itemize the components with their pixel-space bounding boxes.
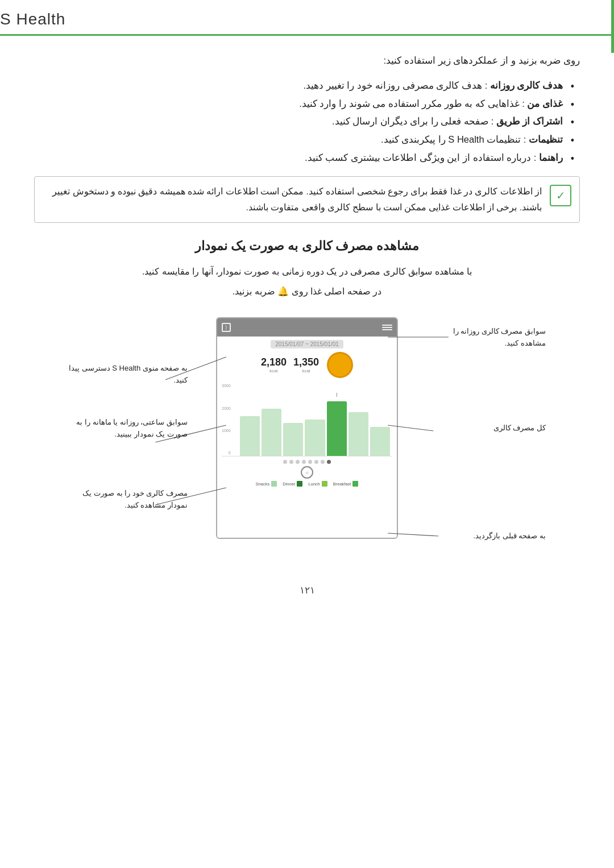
item-4-bold: تنظیمات xyxy=(529,134,563,144)
legend-snacks-label: Snacks xyxy=(256,481,270,487)
item-3-bold: اشتراک از طریق xyxy=(496,116,563,126)
chart-bar-7 xyxy=(240,416,260,456)
legend-breakfast: Breakfast xyxy=(333,481,359,487)
annotation-top-left: به صفحه منوی S Health دسترسی پیدا کنید. xyxy=(68,363,188,385)
share-icon: ⟨ xyxy=(222,323,231,332)
note-box: ✓ از اطلاعات کالری در غذا فقط برای رجوع … xyxy=(34,176,580,223)
annotation-bottom-right: به صفحه قبلی بازگردید. xyxy=(474,530,546,542)
phone-circle xyxy=(327,352,353,378)
item-1-bold: هدف کالری روزانه xyxy=(490,80,563,90)
chart-bars-group: | xyxy=(224,383,390,456)
phone-screen-content: 2015/01/01 ~ 2015/01/07 1,350 kcal 2,180… xyxy=(217,337,397,538)
legend-snacks: Snacks xyxy=(256,481,277,487)
phone-pagination-dots xyxy=(222,460,392,464)
item-2-bold: غذای من xyxy=(527,98,563,109)
item-3-rest: : صفحه فعلی را برای دیگران ارسال کنید. xyxy=(332,116,493,126)
list-item-4: تنظیمات : تنظیمات S Health را پیکربندی ک… xyxy=(34,131,580,148)
page-number: ١٢١ xyxy=(0,584,614,596)
legend-lunch-label: Lunch xyxy=(308,481,320,487)
legend-lunch: Lunch xyxy=(308,481,327,487)
list-item-2: غذای من : غذاهایی که به طور مکرر استفاده… xyxy=(34,95,580,113)
chart-y-axis: 3000 2000 1000 0 xyxy=(222,383,231,456)
legend-dinner-color xyxy=(297,481,302,487)
list-item-5: راهنما : درباره استفاده از این ویژگی اطل… xyxy=(34,149,580,167)
phone-num1-label: kcal xyxy=(293,368,319,373)
phone-date: 2015/01/01 ~ 2015/01/07 xyxy=(271,340,343,348)
dot-6 xyxy=(296,460,300,464)
phone-num1: 1,350 kcal xyxy=(293,356,319,373)
dot-3 xyxy=(314,460,318,464)
phone-mockup: ⟨ 2015/01/01 ~ 2015/01/07 1,350 kcal xyxy=(216,317,398,539)
section-desc1: با مشاهده سوابق کالری مصرفی در یک دوره ز… xyxy=(34,264,580,279)
annotation-mid-right: کل مصرف کالری xyxy=(493,422,546,434)
intro-line: روی ضربه بزنید و از عملکردهای زیر استفاد… xyxy=(34,53,580,69)
chart-bar-3: | xyxy=(327,401,347,456)
legend-dinner: Dinner xyxy=(283,481,302,487)
note-text: از اطلاعات کالری در غذا فقط برای رجوع شخ… xyxy=(43,184,542,215)
item-5-rest: : درباره استفاده از این ویژگی اطلاعات بی… xyxy=(305,152,536,163)
annotation-top-right: سوابق مصرف کالری روزانه را مشاهده کنید. xyxy=(432,326,546,348)
phone-chart-legend: Breakfast Lunch Dinner Snacks xyxy=(222,481,392,487)
chart-bar-6 xyxy=(262,409,281,456)
dot-8 xyxy=(283,460,287,464)
note-icon: ✓ xyxy=(550,185,571,206)
phone-date-row: 2015/01/01 ~ 2015/01/07 xyxy=(222,340,392,348)
chart-bar-4 xyxy=(305,420,325,456)
phone-back-button[interactable]: ○ xyxy=(301,466,313,479)
phone-header-bar: ⟨ xyxy=(217,318,397,337)
annotation-bottom-left: مصرف کالری خود را به صورت یک نمودار مشاه… xyxy=(68,488,188,510)
chart-bar-5 xyxy=(283,423,303,456)
chart-bar-2 xyxy=(349,412,368,456)
phone-num1-value: 1,350 xyxy=(293,356,319,368)
item-4-rest: : تنظیمات S Health را پیکربندی کنید. xyxy=(381,134,526,144)
item-5-bold: راهنما xyxy=(539,152,563,163)
legend-breakfast-color xyxy=(352,481,358,487)
legend-snacks-color xyxy=(271,481,277,487)
phone-num2: 2,180 kcal xyxy=(261,356,287,373)
dot-1 xyxy=(327,460,331,464)
phone-bar-chart: 3000 2000 1000 0 | xyxy=(222,383,392,456)
legend-breakfast-label: Breakfast xyxy=(333,481,351,487)
item-1-rest: : هدف کالری مصرفی روزانه خود را تغییر ده… xyxy=(303,80,487,90)
legend-lunch-color xyxy=(322,481,327,487)
list-item-1: هدف کالری روزانه : هدف کالری مصرفی روزان… xyxy=(34,77,580,94)
diagram-area: ⟨ 2015/01/01 ~ 2015/01/07 1,350 kcal xyxy=(34,312,580,562)
dot-4 xyxy=(308,460,312,464)
dot-2 xyxy=(321,460,325,464)
chart-bar-1 xyxy=(370,427,390,456)
annotation-mid-left: سوابق ساعتی، روزانه یا ماهانه را به صورت… xyxy=(68,417,188,439)
chart-bar-3-highlight-line: | xyxy=(327,392,347,396)
dot-7 xyxy=(289,460,293,464)
phone-num2-value: 2,180 xyxy=(261,356,287,368)
feature-list: هدف کالری روزانه : هدف کالری مصرفی روزان… xyxy=(34,77,580,166)
header-accent-bar xyxy=(611,0,614,53)
phone-numbers: 1,350 kcal 2,180 kcal xyxy=(261,356,319,373)
section-desc2: در صفحه اصلی غذا روی 🔔 ضربه بزنید. xyxy=(34,284,580,299)
menu-icon xyxy=(382,324,392,331)
section-heading: مشاهده مصرف کالری به صورت یک نمودار xyxy=(34,239,580,254)
phone-stats-row: 1,350 kcal 2,180 kcal xyxy=(222,352,392,378)
legend-dinner-label: Dinner xyxy=(283,481,295,487)
dot-5 xyxy=(302,460,306,464)
list-item-3: اشتراک از طریق : صفحه فعلی را برای دیگرا… xyxy=(34,113,580,130)
item-2-rest: : غذاهایی که به طور مکرر استفاده می شوند… xyxy=(299,98,525,109)
phone-num2-label: kcal xyxy=(261,368,287,373)
app-title: S Health xyxy=(0,10,65,28)
